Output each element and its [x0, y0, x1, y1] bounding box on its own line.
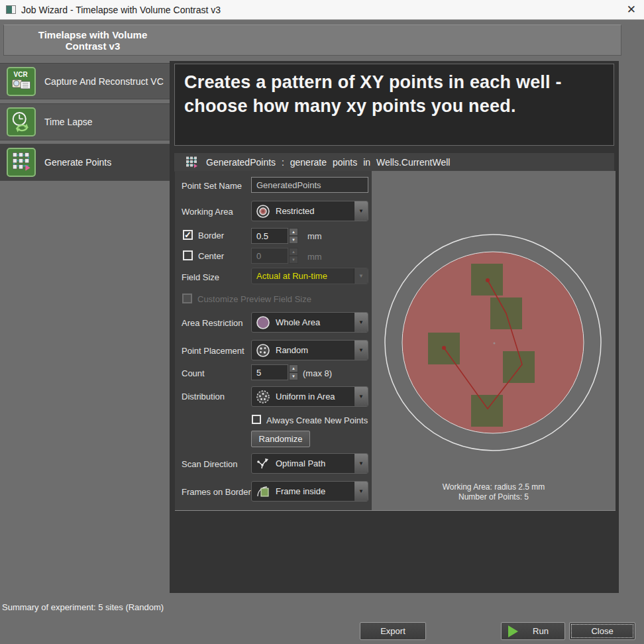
wizard-title: Timelapse with Volume Contrast v3: [4, 29, 182, 52]
whole-area-icon: [256, 315, 270, 330]
point-set-name-label: Point Set Name: [182, 181, 242, 191]
customize-preview-checkbox: [182, 294, 192, 303]
sidebar-item-label: Time Lapse: [44, 117, 93, 127]
scan-direction-select[interactable]: Optimal Path ▼: [251, 453, 368, 474]
chevron-down-icon[interactable]: ▼: [354, 313, 368, 332]
spinner-down-icon[interactable]: ▼: [289, 236, 298, 244]
export-button[interactable]: Export: [360, 622, 426, 640]
step-subheader: GeneratedPoints : generate points in Wel…: [174, 153, 614, 172]
svg-text:VCR: VCR: [14, 70, 28, 78]
border-label: Border: [198, 231, 224, 241]
vcr-capture-icon: VCR: [7, 67, 36, 96]
center-spinner: 0 ▲ ▼: [251, 248, 298, 264]
spinner-down-icon[interactable]: ▼: [289, 372, 298, 380]
chevron-down-icon[interactable]: ▼: [354, 201, 368, 221]
window-title: Job Wizard - Timelapse with Volume Contr…: [21, 5, 221, 15]
center-checkbox[interactable]: [183, 250, 193, 260]
border-checkbox[interactable]: ✓: [183, 230, 193, 240]
app-icon: [6, 5, 16, 14]
area-restriction-label: Area Restriction: [182, 318, 242, 328]
run-button[interactable]: Run: [501, 622, 565, 640]
generated-points-icon: [184, 155, 199, 170]
sidebar-item-label: Capture And Reconstruct VC: [44, 76, 164, 87]
center-unit: mm: [307, 252, 322, 262]
chevron-down-icon[interactable]: ▼: [354, 341, 368, 360]
border-spinner[interactable]: 0.5 ▲ ▼: [251, 228, 298, 244]
spinner-down-icon: ▼: [289, 256, 298, 264]
well-preview-canvas: [372, 171, 616, 511]
close-icon[interactable]: ✕: [627, 4, 636, 15]
randomize-button[interactable]: Randomize: [251, 431, 310, 447]
always-create-label: Always Create New Points: [266, 415, 368, 425]
sidebar-item-generate-points[interactable]: Generate Points: [0, 144, 170, 181]
close-button[interactable]: Close: [569, 622, 635, 640]
well-preview: Working Area: radius 2.5 mm Number of Po…: [372, 171, 616, 511]
customize-preview-label: Customize Preview Field Size: [197, 294, 311, 304]
experiment-summary: Summary of experiment: 5 sites (Random): [2, 602, 164, 612]
wizard-header: Timelapse with Volume Contrast v3: [3, 25, 621, 56]
title-bar: Job Wizard - Timelapse with Volume Contr…: [0, 0, 644, 20]
field-size-select: Actual at Run-time ▼: [251, 268, 368, 284]
sidebar-item-time-lapse[interactable]: Time Lapse: [0, 103, 170, 140]
spinner-up-icon[interactable]: ▲: [289, 364, 298, 372]
border-unit: mm: [307, 231, 322, 241]
chevron-down-icon: ▼: [354, 268, 368, 284]
area-restriction-select[interactable]: Whole Area ▼: [251, 312, 368, 333]
count-spinner[interactable]: 5 ▲ ▼: [251, 364, 298, 380]
point-set-name-input[interactable]: GeneratedPoints: [251, 177, 368, 193]
point-placement-select[interactable]: Random ▼: [251, 340, 368, 360]
scan-direction-label: Scan Direction: [182, 459, 238, 469]
subheader-text: GeneratedPoints : generate points in Wel…: [206, 157, 450, 168]
preview-caption: Working Area: radius 2.5 mm Number of Po…: [372, 482, 616, 502]
restricted-area-icon: [256, 204, 270, 219]
sidebar-item-capture-and-reconstruct[interactable]: VCR Capture And Reconstruct VC: [0, 63, 170, 99]
frames-on-border-label: Frames on Border: [182, 487, 251, 497]
uniform-in-area-icon: [256, 390, 270, 404]
working-area-label: Working Area: [182, 207, 233, 217]
spinner-up-icon: ▲: [289, 248, 298, 256]
chevron-down-icon[interactable]: ▼: [354, 454, 368, 473]
always-create-checkbox[interactable]: [252, 415, 261, 424]
spinner-up-icon[interactable]: ▲: [289, 228, 298, 236]
distribution-select[interactable]: Uniform in Area ▼: [251, 386, 368, 407]
chevron-down-icon[interactable]: ▼: [354, 482, 368, 501]
distribution-label: Distribution: [182, 392, 225, 402]
time-lapse-icon: [7, 107, 36, 136]
sidebar-item-label: Generate Points: [44, 157, 111, 168]
chevron-down-icon[interactable]: ▼: [354, 387, 368, 406]
point-placement-label: Point Placement: [182, 346, 244, 356]
working-area-select[interactable]: Restricted ▼: [251, 201, 368, 221]
count-label: Count: [182, 368, 205, 378]
job-wizard-window: { "window": { "title": "Job Wizard - Tim…: [0, 0, 644, 644]
step-description: Creates a pattern of XY points in each w…: [174, 64, 614, 146]
frame-inside-icon: [256, 484, 270, 499]
center-label: Center: [198, 251, 224, 261]
play-icon: [508, 625, 518, 637]
field-size-label: Field Size: [182, 272, 219, 282]
frames-on-border-select[interactable]: Frame inside ▼: [251, 481, 368, 502]
optimal-path-icon: [256, 456, 270, 471]
generate-points-icon: [7, 148, 36, 177]
random-placement-icon: [256, 343, 270, 358]
count-max-hint: (max 8): [303, 368, 332, 378]
main-panel: Creates a pattern of XY points in each w…: [170, 61, 619, 593]
